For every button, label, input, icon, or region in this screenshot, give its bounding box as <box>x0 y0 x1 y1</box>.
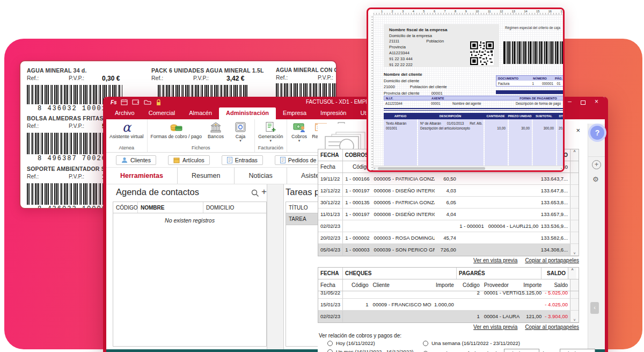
tab-impresion[interactable]: Impresión <box>313 107 353 119</box>
table-row[interactable]: 02/02/231 - 000001000004 - LAURA MOLINA … <box>318 220 579 232</box>
cobros-group-fecha: FECHA <box>318 149 343 161</box>
agenda-col-nombre[interactable]: NOMBRE <box>138 202 203 213</box>
tab-herramientas[interactable]: Herramientas <box>106 168 177 184</box>
tab-almacen[interactable]: Almacén <box>182 107 219 119</box>
table-row-selected[interactable]: 02/02/23100004 - LAURA MOLINA R...121,00… <box>318 311 579 322</box>
ver-vista-previa-link[interactable]: Ver en vista previa <box>473 324 517 330</box>
items-body: Texto Albarán001001 Nº de Albarán01/01/2… <box>384 119 565 168</box>
tab-noticias[interactable]: Noticias <box>234 168 286 184</box>
tab-comercial[interactable]: Comercial <box>142 107 182 119</box>
nif-values: A1122334400001Nombre del agenteDescripci… <box>384 102 564 105</box>
tab-resumen[interactable]: Resumen <box>177 168 235 184</box>
table-row-clipped[interactable]: 31/05/22200001 - VERTICAL MADRID,...15.1… <box>318 291 579 299</box>
client-box: Nombre del cliente Domicilio del cliente… <box>384 71 488 96</box>
ribbon-item-generacion[interactable]: Generación ▾ <box>257 121 285 142</box>
scroll-right-icon[interactable]: › <box>561 166 562 171</box>
table-row[interactable]: 30/12/221 - 000135000005 - PATRICIA GONZ… <box>318 197 579 209</box>
page: AGUA MINERAL 34 d. Ref.:P.V.P.:0,30 € 8 … <box>0 0 644 352</box>
tab-archivo[interactable]: Archivo <box>108 107 142 119</box>
radio-circle[interactable] <box>327 341 333 346</box>
clientes-button[interactable]: Clientes <box>116 155 156 165</box>
scroll-up-icon[interactable]: ˄ <box>571 268 573 271</box>
ribbon-item-caja[interactable]: Caja ▾ <box>228 121 253 142</box>
preview-horizontal-scrollbar[interactable]: ‹ › <box>374 166 563 170</box>
atenea-alpha-icon: α <box>122 121 131 133</box>
table-row[interactable]: 11/01/231 - 000197000008 - DISEÑO INTERI… <box>318 209 579 220</box>
items-header: ARTIGODESCRIPCIÓNCANTIDADEPREZO UNIDADSU… <box>384 113 565 119</box>
radio-circle[interactable] <box>327 349 333 352</box>
date-to-select[interactable]: 31/12/2023▾ <box>560 349 595 352</box>
panel-divider-scrollbar[interactable] <box>267 184 284 349</box>
folder-open-icon[interactable] <box>144 99 152 105</box>
collapse-sidebar-button[interactable]: ‹ <box>590 302 599 314</box>
table-row[interactable]: 15/01/23100009 - FRANCISCO MORA...1.000,… <box>318 299 579 311</box>
radio-hoy[interactable]: Hoy (16/11/2022) <box>327 340 375 346</box>
ribbon-item-formas-cobro-pago[interactable]: Formas de cobro / pago <box>149 121 204 139</box>
window-controls: – × <box>568 98 598 105</box>
ribbon-group-facturacion: Generación ▾ Facturación <box>255 119 287 152</box>
gear-icon[interactable]: ⚙ <box>592 175 599 183</box>
bank-icon <box>210 121 222 133</box>
radio-entre-fechas[interactable]: Consultar entre fechas, desde: 01/01/202… <box>423 349 595 352</box>
scrollbar-thumb[interactable] <box>378 167 485 170</box>
box-icon <box>173 157 180 163</box>
radio-circle[interactable] <box>423 341 428 346</box>
date-from-select[interactable]: 01/01/2022▾ <box>504 349 539 352</box>
search-icon[interactable] <box>251 189 259 197</box>
copiar-portapapeles-link[interactable]: Copiar al portapapeles <box>525 257 579 263</box>
scroll-down-icon[interactable]: ˅ <box>573 252 575 255</box>
close-button[interactable]: × <box>595 98 598 105</box>
tab-empresa[interactable]: Empresa <box>276 107 313 119</box>
copiar-portapapeles-link[interactable]: Copiar al portapapeles <box>525 324 579 330</box>
folder-export-icon[interactable] <box>132 99 140 105</box>
tab-administracion[interactable]: Administración <box>219 107 276 119</box>
scroll-down-icon[interactable]: ˅ <box>573 318 575 322</box>
agenda-col-domicilio[interactable]: DOMICILIO <box>203 205 266 211</box>
document-icon <box>227 157 232 163</box>
cobros-scrollbar[interactable]: ˄ <box>570 149 579 161</box>
nif-header-band: N.I.F.AXENTEFORMA DE PAGAMENTO <box>384 96 564 100</box>
radio-un-mes[interactable]: Un mes (16/11/2022 - 16/12/2022) <box>327 349 414 352</box>
panel-close-icon[interactable]: × <box>576 126 580 134</box>
ribbon-item-bancos[interactable]: Bancos <box>203 121 228 139</box>
cobros-links: Ver en vista previa Copiar al portapapel… <box>473 257 579 263</box>
sidebar-divider <box>588 156 605 157</box>
add-contact-button[interactable]: + <box>261 186 267 197</box>
right-sidebar: + ⚙ ‹ <box>588 124 605 349</box>
scroll-left-icon[interactable]: ‹ <box>374 166 375 171</box>
scroll-up-icon[interactable]: ˄ <box>573 149 575 153</box>
cheques-group-fecha: FECHA <box>318 268 343 279</box>
help-button[interactable]: ? <box>590 126 604 140</box>
coins-icon <box>170 121 182 133</box>
tareas-col-titulo[interactable]: TÍTULO <box>286 205 311 211</box>
factusol-logo: Fs <box>111 99 117 105</box>
agenda-col-codigo[interactable]: CÓDIGO <box>113 202 138 213</box>
ribbon-item-cobros[interactable]: Cobros ▾ <box>289 121 310 142</box>
2d-barcode <box>503 41 564 64</box>
table-row[interactable]: 20/02/231 - 000002000003 - ROSA DOMINGUE… <box>318 232 579 244</box>
table-row[interactable]: 19/11/221 - 000166000005 - PATRICIA GONZ… <box>318 173 579 185</box>
document-plus-icon <box>265 121 276 133</box>
lock-icon <box>156 99 162 106</box>
table-row[interactable]: 12/12/221 - 000197000008 - DISEÑO INTERI… <box>318 185 579 197</box>
double-rule <box>384 108 564 111</box>
agenda-title: Agenda de contactos <box>116 187 199 197</box>
table-row-selected[interactable]: 05/04/231 - 000003000039 - SON PERICO GR… <box>318 244 579 256</box>
articulos-button[interactable]: Artículos <box>168 155 210 165</box>
add-panel-button[interactable]: + <box>592 160 601 169</box>
ver-vista-previa-link[interactable]: Ver en vista previa <box>473 257 517 263</box>
radio-una-semana[interactable]: Una semana (16/11/2022 - 23/11/2022) <box>423 340 520 346</box>
ribbon-group-atenea: α Asistente virtual Atenea <box>106 119 148 152</box>
document-number-table: DOCUMENTONÚMEROPÁG. Factura100000101 <box>496 75 565 87</box>
horizontal-ruler: 1 2 3 4 5 6 7 8 9 10 11 12 13 14 15 16 1… <box>374 9 563 15</box>
minimize-button[interactable]: – <box>568 98 572 105</box>
agenda-empty-text: No existen registros <box>113 217 266 224</box>
money-person-icon <box>293 121 306 133</box>
entradas-button[interactable]: Entradas <box>222 155 263 165</box>
cheques-links: Ver en vista previa Copiar al portapapel… <box>473 324 579 330</box>
calendar-icon[interactable] <box>121 99 128 106</box>
maximize-button[interactable] <box>581 100 586 105</box>
cheques-scrollbar[interactable]: ˄ <box>568 268 576 279</box>
ribbon-item-asistente-virtual[interactable]: α Asistente virtual <box>108 121 145 139</box>
person-icon <box>121 157 128 163</box>
